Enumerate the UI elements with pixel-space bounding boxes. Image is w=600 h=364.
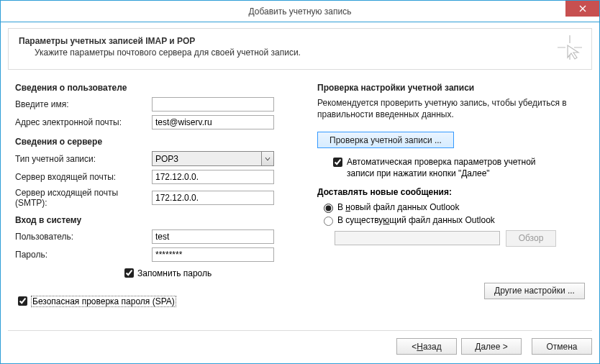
auto-test-label: Автоматическая проверка параметров учетн… [347, 157, 548, 179]
radio-existing-file[interactable] [324, 217, 333, 226]
radio-existing-label: В существующий файл данных Outlook [337, 215, 495, 225]
header-panel: Параметры учетных записей IMAP и POP Ука… [8, 28, 592, 70]
outgoing-label: Сервер исходящей почты (SMTP): [15, 188, 152, 208]
deliver-title: Доставлять новые сообщения: [317, 187, 585, 197]
name-label: Введите имя: [15, 99, 152, 109]
section-server: Сведения о сервере [15, 137, 310, 147]
cancel-button[interactable]: Отмена [532, 338, 592, 355]
header-title: Параметры учетных записей IMAP и POP [19, 36, 581, 46]
test-description: Рекомендуется проверить учетную запись, … [317, 97, 585, 120]
chevron-down-icon [261, 152, 273, 165]
radio-new-file[interactable] [324, 204, 333, 213]
browse-button: Обзор [506, 230, 556, 247]
name-input[interactable] [152, 97, 274, 112]
pass-input[interactable] [152, 247, 274, 262]
section-login: Вход в систему [15, 215, 310, 225]
user-label: Пользователь: [15, 232, 152, 242]
incoming-input[interactable] [152, 170, 274, 184]
remember-checkbox[interactable] [124, 268, 134, 278]
outgoing-input[interactable] [152, 191, 274, 205]
acct-type-label: Тип учетной записи: [15, 154, 152, 164]
user-input[interactable] [152, 229, 274, 244]
existing-file-input [335, 231, 500, 245]
cursor-icon [555, 33, 584, 62]
spa-label: Безопасная проверка пароля (SPA) [31, 296, 176, 307]
auto-test-checkbox[interactable] [333, 158, 342, 167]
acct-type-value: POP3 [155, 154, 178, 164]
footer: < Назад Далее > Отмена [8, 330, 592, 363]
back-button[interactable]: < Назад [396, 338, 457, 355]
next-button[interactable]: Далее > [461, 338, 522, 355]
titlebar: Добавить учетную запись [1, 1, 599, 22]
window-title: Добавить учетную запись [249, 6, 352, 17]
more-settings-button[interactable]: Другие настройки ... [484, 283, 585, 299]
incoming-label: Сервер входящей почты: [15, 172, 152, 182]
pass-label: Пароль: [15, 250, 152, 260]
close-icon [579, 5, 586, 12]
spa-checkbox[interactable] [18, 296, 27, 306]
test-account-button[interactable]: Проверка учетной записи ... [317, 132, 454, 148]
close-button[interactable] [565, 1, 599, 17]
email-input[interactable] [152, 115, 274, 129]
email-label: Адрес электронной почты: [15, 117, 152, 127]
acct-type-combo[interactable]: POP3 [152, 151, 274, 166]
dialog-window: Добавить учетную запись Параметры учетны… [0, 0, 600, 364]
section-user: Сведения о пользователе [15, 83, 310, 93]
section-test: Проверка настройки учетной записи [317, 83, 585, 93]
radio-new-label: В новый файл данных Outlook [337, 202, 460, 212]
header-subtitle: Укажите параметры почтового сервера для … [35, 47, 581, 58]
remember-label: Запомнить пароль [137, 268, 212, 278]
right-column: Проверка настройки учетной записи Рекоме… [310, 80, 585, 323]
dialog-body: Сведения о пользователе Введите имя: Адр… [1, 70, 599, 330]
left-column: Сведения о пользователе Введите имя: Адр… [15, 80, 310, 323]
